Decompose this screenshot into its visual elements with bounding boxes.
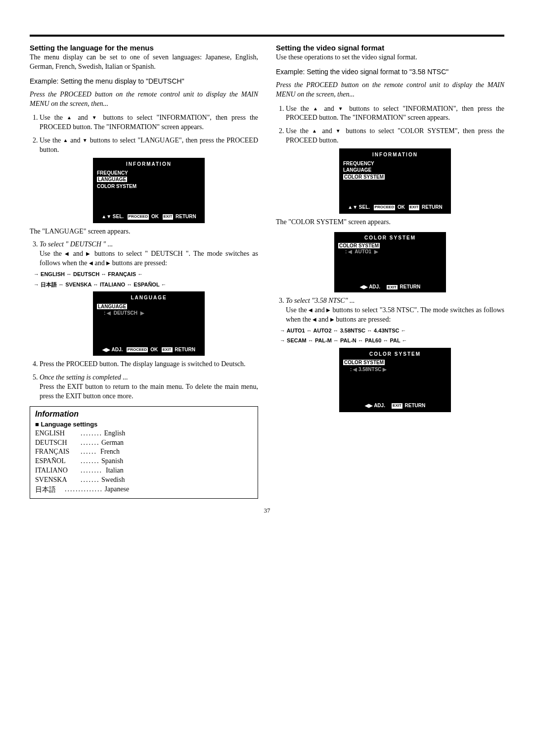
exit-tag: EXIT [163, 214, 174, 220]
colorsystem-cycle-2: → SECAM ↔ PAL-M ↔ PAL-N ↔ PAL60 ↔ PAL ← [280, 336, 504, 345]
up-triangle-icon: ▲ [312, 128, 318, 134]
updown-icon: ▲▼ [101, 214, 111, 219]
right-triangle-icon: ▶ [106, 260, 110, 266]
heading-video: Setting the video signal format [276, 44, 504, 52]
instruction-language: Press the PROCEED button on the remote c… [30, 90, 258, 109]
down-triangle-icon: ▼ [83, 138, 88, 143]
osd-value-colorsystem: : ◀ 3.58NTSC ▶ [350, 366, 447, 373]
lang-row: DEUTSCH....... German [35, 438, 253, 448]
intro-language: The menu display can be set to one of se… [30, 53, 258, 72]
right-triangle-icon: ▶ [86, 251, 91, 256]
down-triangle-icon: ▼ [336, 128, 342, 134]
step1-video: Use the ▲ and ▼ buttons to select "INFOR… [286, 104, 504, 123]
up-triangle-icon: ▲ [313, 106, 320, 111]
osd-colorsystem-ntsc: COLOR SYSTEM COLOR SYSTEM : ◀ 3.58NTSC ▶… [339, 348, 451, 412]
osd-value-language: : ◀ DEUTSCH ▶ [104, 310, 201, 317]
proceed-tag: PROCEED [374, 205, 396, 210]
lang-row: SVENSKA....... Swedish [35, 475, 253, 485]
leftright-icon: ◀▶ [102, 347, 110, 352]
right-triangle-icon: ▶ [330, 317, 334, 322]
up-triangle-icon: ▲ [63, 138, 68, 143]
after-osd1-language: The "LANGUAGE" screen appears. [30, 227, 258, 236]
step4-language: Press the PROCEED button. The display la… [40, 360, 258, 369]
osd-value-colorsystem: : ◀ AUTO1 ▶ [345, 249, 442, 254]
example-video: Example: Setting the video signal format… [276, 67, 504, 77]
step2-language: Use the ▲ and ▼ buttons to select "LANGU… [40, 136, 258, 236]
osd-language-select: LANGUAGE LANGUAGE : ◀ DEUTSCH ▶ ◀▶ ADJ. … [93, 291, 205, 356]
colorsystem-cycle-1: → AUTO1 ↔ AUTO2 ↔ 3.58NTSC ↔ 4.43NTSC ← [280, 327, 504, 335]
left-triangle-icon: ◀ [89, 260, 93, 266]
down-triangle-icon: ▼ [92, 115, 99, 120]
instruction-video: Press the PROCEED button on the remote c… [276, 81, 504, 99]
osd-title: INFORMATION [97, 161, 201, 168]
left-triangle-icon: ◀ [309, 307, 312, 313]
right-column: Setting the video signal format Use thes… [276, 44, 504, 499]
information-box: Information Language settings ENGLISH...… [30, 406, 258, 499]
osd-title: COLOR SYSTEM [338, 235, 442, 240]
up-triangle-icon: ▲ [67, 115, 74, 120]
osd-information-video: INFORMATION FREQUENCY LANGUAGE COLOR SYS… [339, 148, 451, 214]
lang-row: 日本語.............. Japanese [35, 485, 253, 494]
step3-language: To select " DEUTSCH " ... Use the ◀ and … [40, 240, 258, 356]
language-table: ENGLISH........ English DEUTSCH....... G… [35, 429, 253, 494]
left-column: Setting the language for the menus The m… [30, 44, 258, 499]
osd-title: LANGUAGE [97, 294, 201, 301]
osd-item-colorsystem: COLOR SYSTEM [343, 359, 447, 366]
osd-item-frequency: FREQUENCY [97, 170, 201, 177]
osd-information-language: INFORMATION FREQUENCY LANGUAGE COLOR SYS… [93, 158, 205, 223]
osd-footer: ▲▼ SEL. PROCEED OK EXIT RETURN [343, 204, 447, 211]
language-cycle-2: → 日本語 ↔ SVENSKA ↔ ITALIANO ↔ ESPAÑOL ← [34, 281, 258, 289]
leftright-icon: ◀▶ [360, 284, 368, 289]
page-number: 37 [30, 507, 504, 515]
step5-language: Once the setting is completed ... Press … [40, 373, 258, 401]
exit-tag: EXIT [392, 403, 402, 409]
exit-tag: EXIT [162, 347, 173, 353]
step2-video: Use the ▲ and ▼ buttons to select "COLOR… [286, 127, 504, 213]
left-triangle-icon: ◀ [65, 251, 70, 256]
osd-footer: ◀▶ ADJ. PROCEED OK EXIT RETURN [97, 346, 201, 353]
osd-item-colorsystem: COLOR SYSTEM [338, 242, 442, 249]
lang-row: ESPAÑOL....... Spanish [35, 457, 253, 466]
lang-row: FRANÇAIS...... French [35, 447, 253, 457]
osd-item-language: LANGUAGE [343, 167, 447, 174]
right-triangle-icon: ▶ [326, 307, 330, 313]
osd-footer: ▲▼ SEL. PROCEED OK EXIT RETURN [97, 213, 201, 220]
exit-tag: EXIT [387, 285, 398, 289]
after-osd1-video: The "COLOR SYSTEM" screen appears. [276, 218, 504, 227]
example-language: Example: Setting the menu display to "DE… [30, 77, 258, 86]
intro-video: Use these operations to set the video si… [276, 53, 504, 62]
osd-title: INFORMATION [343, 151, 447, 158]
infobox-subtitle: Language settings [35, 421, 253, 428]
horizontal-rule [30, 35, 504, 37]
step1-language: Use the ▲ and ▼ buttons to select "INFOR… [40, 113, 258, 132]
osd-item-colorsystem: COLOR SYSTEM [343, 174, 447, 181]
step3-video: To select "3.58 NTSC" ... Use the ◀ and … [286, 296, 504, 412]
language-cycle-1: → ENGLISH ↔ DEUTSCH ↔ FRANÇAIS ← [34, 270, 258, 279]
osd-footer: ◀▶ ADJ. EXIT RETURN [343, 402, 447, 409]
updown-icon: ▲▼ [348, 204, 357, 210]
osd-footer: ◀▶ ADJ. EXIT RETURN [338, 284, 442, 289]
leftright-icon: ◀▶ [365, 403, 373, 408]
proceed-tag: PROCEED [127, 347, 148, 353]
heading-language: Setting the language for the menus [30, 44, 258, 52]
osd-title: COLOR SYSTEM [343, 351, 447, 358]
osd-item-colorsystem: COLOR SYSTEM [97, 183, 201, 190]
exit-tag: EXIT [409, 205, 420, 210]
proceed-tag: PROCEED [128, 214, 149, 220]
down-triangle-icon: ▼ [338, 106, 345, 111]
lang-row: ITALIANO........ Italian [35, 466, 253, 475]
osd-item-language: LANGUAGE [97, 176, 201, 183]
infobox-title: Information [35, 410, 253, 419]
osd-item-frequency: FREQUENCY [343, 160, 447, 167]
lang-row: ENGLISH........ English [35, 429, 253, 438]
osd-item-language: LANGUAGE [97, 303, 201, 310]
osd-colorsystem-auto: COLOR SYSTEM COLOR SYSTEM : ◀ AUTO1 ▶ ◀▶… [334, 232, 446, 293]
